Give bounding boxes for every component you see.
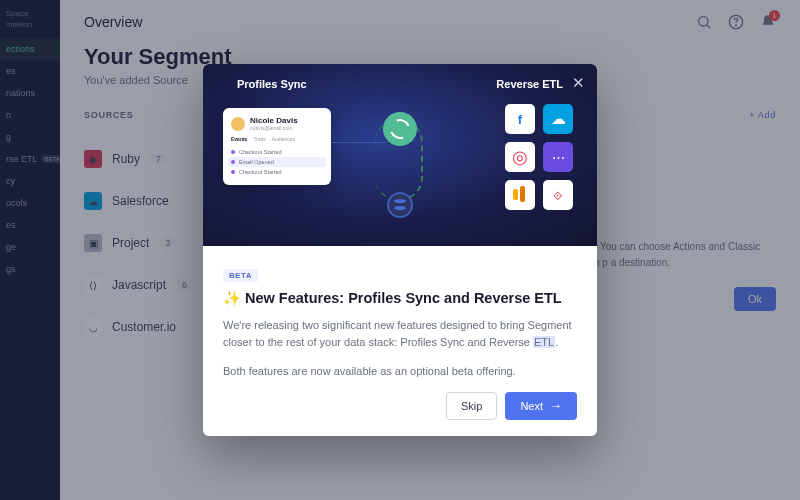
profile-tab: Events [231, 136, 247, 142]
facebook-icon: f [505, 104, 535, 134]
profile-card: Nicole Davis ndavis@email.com Events Tra… [223, 108, 331, 185]
hero-left-label: Profiles Sync [237, 78, 307, 90]
profile-name: Nicole Davis [250, 116, 298, 125]
profile-event: Checkout Started [231, 167, 323, 177]
next-button[interactable]: Next → [505, 392, 577, 420]
modal-scrim[interactable]: Profiles Sync Reverse ETL ✕ Nicole Davis… [0, 0, 800, 500]
onboarding-modal: Profiles Sync Reverse ETL ✕ Nicole Davis… [203, 64, 597, 436]
hero-right-label: Reverse ETL [496, 78, 563, 90]
close-icon[interactable]: ✕ [572, 74, 585, 92]
profile-tab: Audiences [272, 136, 295, 142]
profile-event: Checkout Started [231, 147, 323, 157]
avatar [231, 117, 245, 131]
modal-hero: Profiles Sync Reverse ETL ✕ Nicole Davis… [203, 64, 597, 246]
modal-title: ✨ New Features: Profiles Sync and Revers… [223, 290, 577, 307]
analytics-icon [505, 180, 535, 210]
modal-paragraph: Both features are now available as an op… [223, 363, 577, 380]
modal-paragraph: We're releasing two significant new feat… [223, 317, 577, 351]
profile-email: ndavis@email.com [250, 125, 298, 131]
modal-body: BETA ✨ New Features: Profiles Sync and R… [203, 246, 597, 436]
braze-icon: ⟐ [543, 180, 573, 210]
target-icon: ◎ [505, 142, 535, 172]
database-icon [387, 192, 413, 218]
profile-tabs: Events Traits Audiences [231, 136, 323, 142]
next-button-label: Next [520, 400, 543, 412]
modal-actions: Skip Next → [223, 392, 577, 420]
skip-button[interactable]: Skip [446, 392, 497, 420]
profile-event: Email Opened [228, 157, 326, 167]
beta-badge: BETA [223, 269, 258, 282]
destination-grid: f ☁ ◎ ⋯ ⟐ [505, 104, 573, 210]
salesforce-icon: ☁ [543, 104, 573, 134]
messaging-icon: ⋯ [543, 142, 573, 172]
profile-tab: Traits [253, 136, 265, 142]
segment-logo-icon [383, 112, 417, 146]
